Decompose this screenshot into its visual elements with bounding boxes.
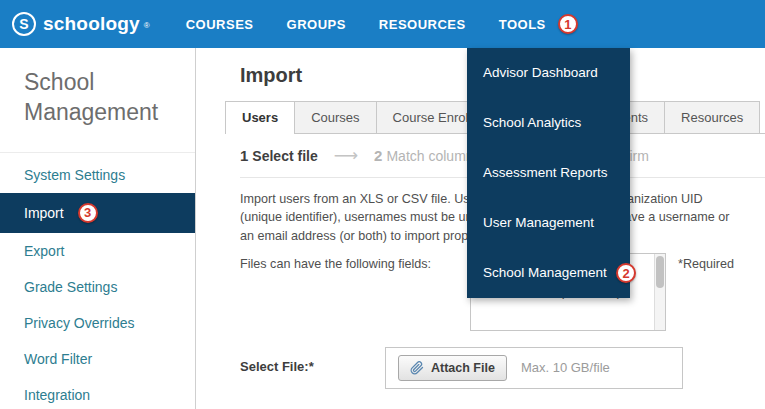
nav-tools[interactable]: TOOLS xyxy=(499,17,546,32)
fields-scrollbar[interactable] xyxy=(654,254,665,330)
step-arrow-icon: ⟶ xyxy=(334,147,358,164)
sidebar-item-export[interactable]: Export xyxy=(0,233,195,269)
annotation-step-3-badge: 3 xyxy=(78,203,98,223)
fields-scrollbar-thumb[interactable] xyxy=(656,256,664,288)
select-file-row: Select File:* Attach File Max. 10 GB/fil… xyxy=(240,347,765,389)
sidebar-item-import[interactable]: Import 3 xyxy=(0,193,195,233)
nav-groups[interactable]: GROUPS xyxy=(287,17,346,32)
sidebar: School Management System Settings Import… xyxy=(0,48,196,409)
annotation-step-1-badge: 1 xyxy=(558,14,578,34)
schoology-s-icon: S xyxy=(12,12,36,36)
logo-initial: S xyxy=(19,16,28,32)
tab-courses[interactable]: Courses xyxy=(294,101,376,133)
sidebar-item-word-filter[interactable]: Word Filter xyxy=(0,341,195,377)
step-1-select-file: 1Select file xyxy=(240,147,318,164)
step-1-number: 1 xyxy=(240,147,248,164)
fields-label: Files can have the following fields: xyxy=(240,253,470,271)
required-note: *Required xyxy=(678,253,734,271)
menu-item-school-analytics[interactable]: School Analytics xyxy=(467,98,630,148)
annotation-step-2-badge: 2 xyxy=(616,263,636,283)
nav-courses[interactable]: COURSES xyxy=(186,17,254,32)
primary-nav: COURSES GROUPS RESOURCES TOOLS 1 xyxy=(186,14,578,34)
brand-name: schoology xyxy=(43,13,140,35)
schoology-logo[interactable]: S schoology ® xyxy=(12,12,150,36)
menu-item-school-management[interactable]: School Management 2 xyxy=(467,248,630,298)
top-navbar: S schoology ® COURSES GROUPS RESOURCES T… xyxy=(0,0,765,48)
attach-file-button[interactable]: Attach File xyxy=(398,355,507,381)
registered-mark: ® xyxy=(144,21,150,30)
paperclip-icon xyxy=(410,361,424,375)
step-2-match-columns: 2Match columns xyxy=(374,147,481,164)
sidebar-nav: System Settings Import 3 Export Grade Se… xyxy=(0,152,195,409)
max-file-size-note: Max. 10 GB/file xyxy=(521,360,610,375)
tab-users[interactable]: Users xyxy=(225,101,295,133)
sidebar-item-integration[interactable]: Integration xyxy=(0,377,195,409)
attach-file-button-label: Attach File xyxy=(431,361,495,375)
menu-item-user-management[interactable]: User Management xyxy=(467,198,630,248)
nav-tools-group: TOOLS 1 xyxy=(499,14,578,34)
sidebar-title: School Management xyxy=(0,68,195,128)
step-2-number: 2 xyxy=(374,147,382,164)
menu-item-school-management-label: School Management xyxy=(483,265,607,280)
sidebar-item-privacy-overrides[interactable]: Privacy Overrides xyxy=(0,305,195,341)
select-file-label: Select File:* xyxy=(240,347,385,374)
sidebar-item-system-settings[interactable]: System Settings xyxy=(0,157,195,193)
step-1-label: Select file xyxy=(252,148,317,164)
page-body: School Management System Settings Import… xyxy=(0,48,765,409)
file-upload-area: Attach File Max. 10 GB/file xyxy=(385,347,683,389)
app-root: S schoology ® COURSES GROUPS RESOURCES T… xyxy=(0,0,765,409)
tab-resources[interactable]: Resources xyxy=(664,101,760,133)
sidebar-item-import-label: Import xyxy=(24,205,64,221)
tools-dropdown-menu: Advisor Dashboard School Analytics Asses… xyxy=(467,48,630,298)
nav-resources[interactable]: RESOURCES xyxy=(379,17,466,32)
sidebar-item-grade-settings[interactable]: Grade Settings xyxy=(0,269,195,305)
menu-item-assessment-reports[interactable]: Assessment Reports xyxy=(467,148,630,198)
menu-item-advisor-dashboard[interactable]: Advisor Dashboard xyxy=(467,48,630,98)
